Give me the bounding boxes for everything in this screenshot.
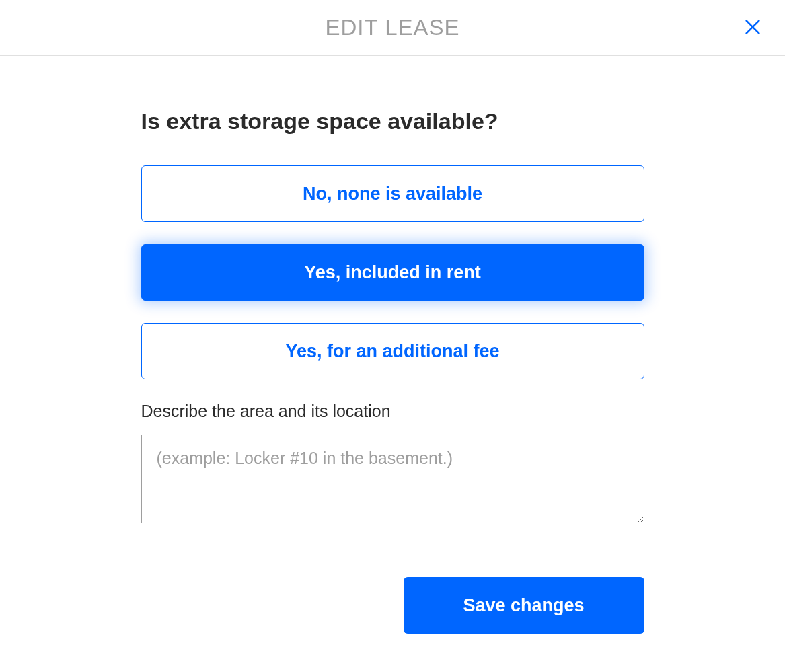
option-yes-included[interactable]: Yes, included in rent [141, 244, 644, 301]
modal-content: Is extra storage space available? No, no… [141, 56, 644, 634]
close-icon [742, 16, 763, 38]
save-button[interactable]: Save changes [404, 577, 644, 634]
option-no-none[interactable]: No, none is available [141, 165, 644, 222]
describe-input[interactable] [141, 435, 644, 523]
close-button[interactable] [741, 15, 765, 39]
modal-title: EDIT LEASE [325, 15, 459, 40]
question-heading: Is extra storage space available? [141, 108, 644, 135]
option-yes-additional-fee[interactable]: Yes, for an additional fee [141, 323, 644, 379]
modal-header: EDIT LEASE [0, 0, 785, 56]
describe-label: Describe the area and its location [141, 402, 644, 421]
modal-footer: Save changes [141, 577, 644, 634]
